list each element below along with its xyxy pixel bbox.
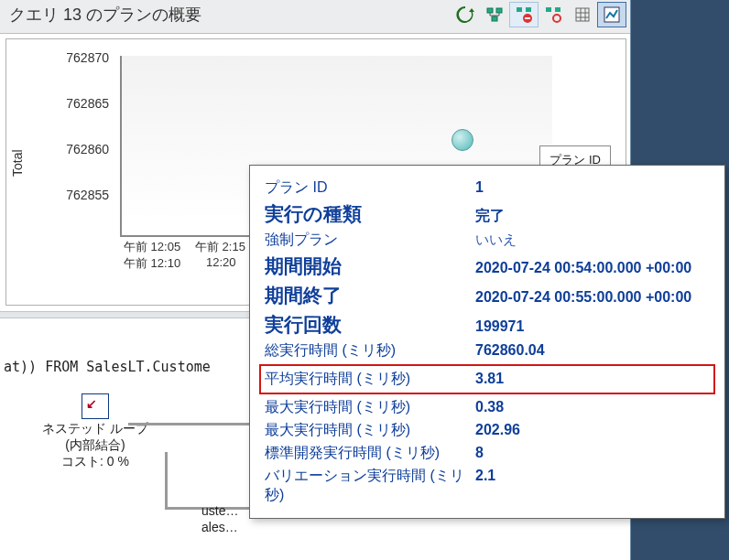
y-axis-title: Total xyxy=(10,149,25,177)
truncated-label: uste… xyxy=(201,503,238,518)
unforce-plan-icon xyxy=(544,5,562,24)
tooltip-label: 強制プラン xyxy=(265,231,466,250)
x-tick: 午前 12:05 xyxy=(124,239,180,255)
toolbar xyxy=(451,2,626,27)
tooltip-label: バリエーション実行時間 (ミリ秒) xyxy=(265,467,466,505)
tooltip-row: 期間開始2020-07-24 00:54:00.000 +00:00 xyxy=(265,253,710,279)
tooltip-value: 0.38 xyxy=(475,399,710,415)
y-tick: 762860 xyxy=(58,142,109,156)
plan-details-tooltip: プラン ID1実行の種類完了強制プランいいえ期間開始2020-07-24 00:… xyxy=(249,165,725,519)
tooltip-label: 標準開発実行時間 (ミリ秒) xyxy=(265,444,466,463)
titlebar: クエリ 13 のプランの概要 xyxy=(0,0,630,34)
svg-point-9 xyxy=(553,15,560,22)
plan-connector xyxy=(165,452,259,510)
tooltip-label: 総実行時間 (ミリ秒) xyxy=(265,341,466,361)
tooltip-row: 実行の種類完了 xyxy=(265,201,710,227)
tooltip-row: 期間終了2020-07-24 00:55:00.000 +00:00 xyxy=(265,283,710,308)
tooltip-label: 期間開始 xyxy=(265,253,466,279)
y-tick: 762870 xyxy=(58,50,109,65)
tooltip-label: 平均実行時間 (ミリ秒) xyxy=(265,370,466,389)
root: クエリ 13 のプランの概要 xyxy=(0,0,729,560)
x-tick: 12:20 xyxy=(206,255,236,269)
tooltip-value: 2020-07-24 00:54:00.000 +00:00 xyxy=(475,260,710,276)
tooltip-row: プラン ID1 xyxy=(265,178,710,198)
compare-icon xyxy=(485,5,504,24)
plan-connector xyxy=(128,423,256,435)
plan-node-line: コスト: 0 % xyxy=(4,454,187,470)
compare-plans-button[interactable] xyxy=(480,2,509,27)
x-tick: 午前 2:15 xyxy=(195,239,245,255)
tooltip-label: 実行回数 xyxy=(265,312,466,338)
nested-loop-icon: ↙ xyxy=(82,393,109,419)
tooltip-label: 期間終了 xyxy=(265,283,466,308)
tooltip-value: 202.96 xyxy=(475,422,710,438)
tooltip-value: 3.81 xyxy=(475,371,710,387)
svg-rect-3 xyxy=(517,7,522,12)
force-plan-button[interactable] xyxy=(509,2,539,27)
x-tick: 午前 12:10 xyxy=(124,255,180,272)
tooltip-label: プラン ID xyxy=(265,178,466,198)
svg-rect-7 xyxy=(546,7,551,12)
tooltip-row: 実行回数199971 xyxy=(265,312,710,338)
tooltip-value: 1 xyxy=(475,179,710,196)
tooltip-value: 199971 xyxy=(475,318,710,335)
truncated-label: ales… xyxy=(201,520,238,534)
sql-text: at)) FROM SalesLT.Custome xyxy=(4,359,211,375)
unforce-plan-button[interactable] xyxy=(539,2,568,27)
svg-rect-0 xyxy=(487,8,493,13)
svg-rect-1 xyxy=(496,8,502,13)
svg-rect-6 xyxy=(525,17,530,19)
grid-icon xyxy=(573,5,592,24)
tooltip-value: いいえ xyxy=(475,232,710,249)
svg-rect-10 xyxy=(576,8,589,21)
chart-icon xyxy=(603,5,621,24)
tooltip-row: バリエーション実行時間 (ミリ秒)2.1 xyxy=(265,467,710,505)
tooltip-label: 最大実行時間 (ミリ秒) xyxy=(265,398,466,417)
tooltip-row: 強制プランいいえ xyxy=(265,231,710,250)
tooltip-row: 標準開発実行時間 (ミリ秒)8 xyxy=(265,444,710,463)
plan-point[interactable] xyxy=(452,129,473,151)
plan-node-line: (内部結合) xyxy=(4,437,187,454)
tooltip-row: 最大実行時間 (ミリ秒)0.38 xyxy=(265,398,710,417)
tooltip-row: 総実行時間 (ミリ秒)762860.04 xyxy=(265,341,710,361)
tooltip-row: 平均実行時間 (ミリ秒)3.81 xyxy=(259,364,715,394)
chart-view-button[interactable] xyxy=(597,2,626,27)
svg-rect-2 xyxy=(492,16,497,21)
force-plan-icon xyxy=(515,5,533,24)
tooltip-row: 最大実行時間 (ミリ秒)202.96 xyxy=(265,421,710,440)
grid-view-button[interactable] xyxy=(568,2,597,27)
tooltip-value: 8 xyxy=(475,445,710,461)
svg-rect-4 xyxy=(526,7,531,12)
tooltip-label: 最大実行時間 (ミリ秒) xyxy=(265,421,466,440)
refresh-button[interactable] xyxy=(451,2,480,27)
y-tick: 762855 xyxy=(58,188,109,202)
tooltip-label: 実行の種類 xyxy=(265,201,466,227)
tooltip-value: 2.1 xyxy=(475,468,710,484)
svg-rect-8 xyxy=(555,7,560,12)
tooltip-value: 2020-07-24 00:55:00.000 +00:00 xyxy=(475,289,710,306)
tooltip-value: 762860.04 xyxy=(475,342,710,359)
page-title: クエリ 13 のプランの概要 xyxy=(9,4,201,26)
refresh-icon xyxy=(456,5,474,24)
y-tick: 762865 xyxy=(58,96,109,111)
tooltip-value: 完了 xyxy=(475,207,710,226)
